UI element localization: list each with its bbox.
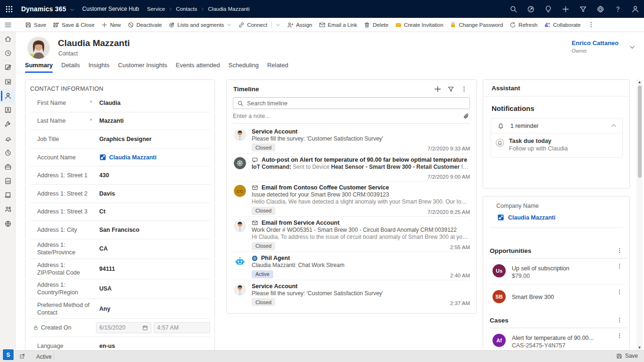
field-value[interactable]: Mazzanti [99,118,124,124]
field-address-1-street-3[interactable]: Address 1: Street 3Ct [30,203,210,221]
sidebar-item-recent[interactable] [0,46,16,60]
note-placeholder[interactable]: Enter a note... [233,113,463,119]
statusbar-save-button[interactable]: Save [616,353,638,359]
field-value[interactable]: en-us [99,343,115,349]
timeline-filter-icon[interactable] [444,84,457,94]
lists-and-segments-button[interactable]: Lists and segments [165,18,235,32]
header-chevron-down-icon[interactable] [629,44,636,50]
connect-button[interactable]: Connect [235,18,284,32]
item-line[interactable]: Alert for temperature of 90.00... [512,334,626,342]
time-input[interactable]: 4:57 AM [154,322,210,333]
reminder-item[interactable]: Task due today Follow up with Claudia [491,134,622,157]
field-address-1-state-province[interactable]: Address 1: State/ProvinceCA [30,239,210,259]
sidebar-item-accounts[interactable] [0,160,16,174]
new-button[interactable]: New [98,18,124,32]
timeline-entry-title[interactable]: Email from Contoso Coffee Customer Servi… [262,184,389,191]
relevance-icon[interactable] [522,0,540,18]
lightbulb-icon[interactable] [540,0,557,18]
owner-name-link[interactable]: Enrico Cattaneo [572,39,619,47]
reminder-group-header[interactable]: 1 reminder [491,118,622,134]
sitemap-hamburger-icon[interactable] [0,18,16,32]
tab-customer-insights[interactable]: Customer Insights [118,62,167,73]
field-address-1-country-region[interactable]: Address 1: Country/RegionUSA [30,279,210,299]
scrollbar-thumb[interactable] [638,86,642,178]
timeline-entry[interactable]: Email from Service AccountWork Order # W… [233,217,470,252]
sidebar-item-queues[interactable] [0,131,16,145]
sidebar-item-cases[interactable] [0,117,16,131]
field-value[interactable]: CA [99,245,108,252]
scroll-up-arrow-icon[interactable]: ▲ [636,79,643,85]
chevron-up-icon[interactable] [611,123,617,129]
tab-summary[interactable]: Summary [25,62,53,73]
company-name-link[interactable]: Claudia Mazzanti [483,209,629,221]
timeline-note-row[interactable]: Enter a note... [233,109,470,124]
field-value[interactable]: Ct [99,208,105,215]
sidebar-item-activities[interactable] [0,60,16,74]
timeline-entry-title[interactable]: Email from Service Account [262,219,340,227]
field-value[interactable]: Claudia [99,100,120,106]
field-first-name[interactable]: First Name*Claudia [30,94,210,112]
vertical-scrollbar[interactable]: ▲ ▼ [636,79,643,350]
sidebar-item-contacts[interactable] [0,89,16,103]
person-icon[interactable] [627,0,644,18]
email-a-link-button[interactable]: Email a Link [316,18,361,32]
sidebar-item-teams-members[interactable] [0,202,16,216]
waffle-menu-icon[interactable] [0,0,18,18]
field-account-name[interactable]: Account NameClaudia Mazzanti [30,149,210,167]
field-value[interactable]: Claudia Mazzanti [109,154,157,161]
owner-field[interactable]: Enrico Cattaneo Owner [572,39,619,54]
sidebar-item-settings[interactable] [0,216,16,230]
change-password-button[interactable]: Change Password [446,18,506,32]
company-name-value[interactable]: Claudia Mazzanti [508,214,556,221]
item-more-icon[interactable] [614,331,625,340]
breadcrumb-item-service[interactable]: Service [147,6,165,12]
sidebar-item-dashboards[interactable] [0,75,16,89]
field-value[interactable]: Any [99,306,111,312]
opportunitie-item[interactable]: SBSmart Brew 300 [490,284,626,307]
timeline-entry[interactable]: Auto-post on Alert for temperature of 90… [233,154,470,181]
paperclip-icon[interactable] [463,113,470,120]
field-value[interactable]: Davis [99,190,115,197]
sidebar-item-home[interactable] [0,32,16,46]
sidebar-item-knowledge[interactable] [0,188,16,202]
timeline-entry-title[interactable]: Auto-post on Alert for temperature of 90… [262,156,467,164]
plus-icon[interactable] [557,0,574,18]
search-icon[interactable] [505,0,522,18]
tab-related[interactable]: Related [267,62,288,73]
timeline-entry[interactable]: Phil AgentClaudia Mazzanti: Chat Work St… [233,252,470,280]
field-value[interactable]: USA [99,285,111,292]
field-language[interactable]: Languageen-us [30,337,210,350]
brand-chevron-down-icon[interactable] [70,7,75,12]
item-more-icon[interactable] [614,287,625,297]
app-name[interactable]: Customer Service Hub [82,6,139,12]
sidebar-item-social-profiles[interactable] [0,103,16,117]
popout-icon[interactable] [19,353,25,359]
section-more-icon[interactable] [613,315,626,325]
delete-button[interactable]: Delete [360,18,391,32]
sidebar-item-articles[interactable] [0,174,16,188]
scroll-down-arrow-icon[interactable]: ▼ [636,345,643,350]
gear-icon[interactable] [592,0,609,18]
timeline-entry-title[interactable]: Phil Agent [261,254,290,262]
timeline-entry-title[interactable]: Service Account [252,283,298,290]
presence-badge[interactable]: S [3,349,14,360]
item-line[interactable]: Smart Brew 300 [512,293,554,301]
field-value[interactable]: 430 [99,172,109,179]
timeline-search-box[interactable] [233,97,470,109]
field-value[interactable]: Graphics Designer [99,136,151,142]
section-more-icon[interactable] [613,246,626,255]
field-preferred-method-of-contact[interactable]: Preferred Method of ContactAny [30,299,210,319]
account-lookup-link[interactable]: Claudia Mazzanti [99,154,157,161]
save-close-button[interactable]: Save & Close [49,18,98,32]
create-invitation-button[interactable]: Create Invitation [392,18,447,32]
field-value[interactable]: 94111 [99,266,115,272]
deactivate-button[interactable]: Deactivate [124,18,165,32]
field-created-on[interactable]: Created On6/15/20204:57 AM [30,319,210,337]
tab-details[interactable]: Details [61,62,80,73]
chevron-down-icon[interactable] [276,23,280,27]
field-address-1-street-1[interactable]: Address 1: Street 1430 [30,166,210,185]
assign-button[interactable]: Assign [284,18,316,32]
timeline-entry[interactable]: Service AccountPlease fill the survey: '… [233,126,470,154]
breadcrumb-item-contacts[interactable]: Contacts [176,6,197,12]
filter-icon[interactable] [574,0,592,18]
